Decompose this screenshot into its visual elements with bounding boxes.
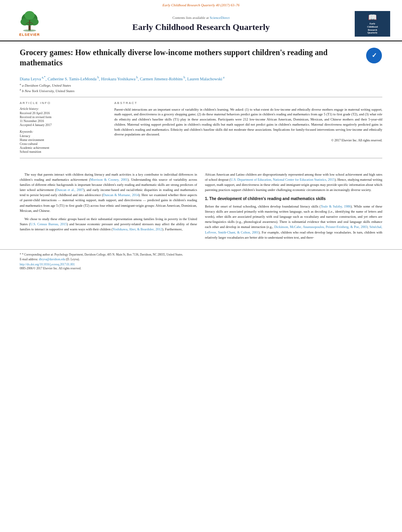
page: Early Childhood Research Quarterly 40 (2… (0, 0, 402, 532)
citation-nces[interactable]: U.S. Department of Education, National C… (231, 178, 335, 182)
body-right-para1: African American and Latino children are… (205, 172, 382, 193)
keyword-home: Home environment (20, 138, 106, 142)
elsevier-wordmark: ELSEVIER (19, 33, 40, 37)
contents-line: Contents lists available at ScienceDirec… (47, 16, 355, 20)
affiliation-b: b b New York University, United States (20, 88, 382, 93)
body-section: The way that parents interact with child… (0, 168, 402, 247)
email-link[interactable]: dleyva@davidson.edu (39, 258, 65, 261)
footnote-corresponding: * * Corresponding author at: Psychology … (20, 253, 382, 257)
footer-section: * * Corresponding author at: Psychology … (0, 249, 402, 272)
body-right-para2: Before the onset of formal schooling, ch… (205, 204, 382, 240)
abstract-column: ABSTRACT Parent-child interactions are a… (114, 101, 382, 154)
abstract-label: ABSTRACT (114, 101, 382, 105)
abstract-copyright: © 2017 Elsevier Inc. All rights reserved… (114, 139, 382, 142)
footnote-email: E-mail address: dleyva@davidson.edu (D. … (20, 258, 382, 262)
citation-duncan2007[interactable]: Duncan et al., 2007 (56, 188, 83, 192)
email-name: (D. Leyva). (66, 258, 80, 261)
svg-text:✓: ✓ (372, 52, 377, 59)
author-carmen: Carmen Jimenez-Robbins (140, 77, 183, 81)
section1-heading: 1. The development of children's reading… (205, 196, 382, 202)
abstract-text: Parent-child interactions are an importa… (114, 107, 382, 137)
doi-line[interactable]: http://dx.doi.org/10.1016/j.ecresq.2017.… (20, 263, 382, 266)
body-left-column: The way that parents interact with child… (20, 172, 197, 243)
revised-date: 11 November 2016 (20, 119, 106, 123)
citation-yoshikawa[interactable]: Yoshikawa, Aber, & Beardslee, 2012 (113, 227, 162, 231)
sciencedirect-link[interactable]: ScienceDirect (210, 16, 229, 20)
received-revised-label: Received in revised form (20, 115, 106, 119)
body-para2: We chose to study these ethnic groups ba… (20, 217, 197, 232)
article-title-section: Grocery games: How ethnically diverse lo… (20, 47, 382, 71)
author-diana: Diana Leyva (20, 77, 41, 81)
journal-reference-bar: Early Childhood Research Quarterly 40 (2… (0, 0, 402, 9)
citation-teale[interactable]: Teale & Sulzby, 1986 (321, 204, 351, 208)
elsevier-logo: ELSEVIER (12, 11, 47, 37)
article-title: Grocery games: How ethnically diverse lo… (20, 47, 360, 68)
authors-section: Diana Leyva a,*, Catherine S. Tamis-LeMo… (20, 76, 382, 93)
svg-point-1 (23, 30, 36, 32)
author-hirokazu: Hirokazu Yoshikawa (101, 77, 136, 81)
body-right-column: African American and Latino children are… (205, 172, 382, 243)
journal-title-center: Contents lists available at ScienceDirec… (47, 16, 355, 32)
keyword-academic: Academic achievement (20, 146, 106, 150)
accepted-date: Accepted 4 January 2017 (20, 123, 106, 127)
keyword-school: School transition (20, 150, 106, 154)
issn-line: 0885-2006/© 2017 Elsevier Inc. All right… (20, 267, 382, 270)
author-catherine: Catherine S. Tamis-LeMonda (48, 77, 97, 81)
elsevier-tree-icon (16, 11, 43, 33)
keyword-cross-cultural: Cross-cultural (20, 142, 106, 146)
history-label: Article history: (20, 107, 106, 111)
keywords-label: Keywords: (20, 130, 106, 133)
keyword-literacy: Literacy (20, 134, 106, 138)
citation-duncan-murnane[interactable]: Duncan & Murnane, 2014 (103, 193, 138, 197)
affiliation-a: a a Davidson College, United States (20, 83, 382, 87)
journal-header: ELSEVIER Contents lists available at Sci… (0, 9, 402, 41)
article-info-label: ARTICLE INFO (20, 101, 106, 105)
journal-logo-right: 📖 EarlyChildhoodResearchQuarterly (355, 11, 390, 37)
article-content: Grocery games: How ethnically diverse lo… (0, 41, 402, 168)
logo-icon: 📖 (368, 13, 377, 22)
divider-after-abstract (20, 158, 382, 158)
citation-census[interactable]: U.S. Census Bureau, 2015 (30, 222, 67, 226)
authors-line: Diana Leyva a,*, Catherine S. Tamis-LeMo… (20, 76, 382, 81)
affiliations: a a Davidson College, United States b b … (20, 83, 382, 93)
logo-title: EarlyChildhoodResearchQuarterly (367, 22, 378, 35)
journal-title: Early Childhood Research Quarterly (47, 22, 355, 32)
divider-after-authors (20, 97, 382, 97)
journal-reference: Early Childhood Research Quarterly 40 (2… (162, 3, 240, 7)
citation-dickinson[interactable]: Dickinson, McCabe, Anastasopoulos, Peisn… (274, 225, 368, 229)
info-abstract-row: ARTICLE INFO Article history: Received 2… (20, 101, 382, 154)
citation-morrison[interactable]: Morrison & Cooney, 2001 (90, 178, 128, 182)
received-date: Received 20 April 2016 (20, 111, 106, 115)
article-history: Article history: Received 20 April 2016 … (20, 107, 106, 127)
author-lauren: Lauren Malachowski (187, 77, 222, 81)
article-info-column: ARTICLE INFO Article history: Received 2… (20, 101, 106, 154)
body-para1: The way that parents interact with child… (20, 172, 197, 213)
svg-point-5 (24, 11, 35, 20)
crossmark-icon: ✓ (366, 47, 382, 64)
keywords-section: Keywords: Literacy Home environment Cros… (20, 130, 106, 154)
